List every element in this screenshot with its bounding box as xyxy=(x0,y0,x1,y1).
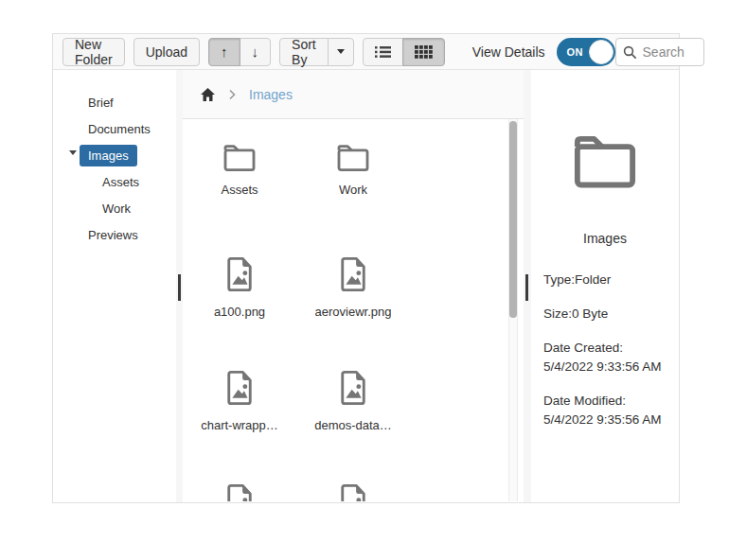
grid-view-button[interactable] xyxy=(402,38,445,66)
right-splitter[interactable] xyxy=(524,70,531,502)
tree-item-work[interactable]: Work xyxy=(53,195,176,221)
sort-by-split-button: Sort By xyxy=(279,38,354,66)
left-splitter[interactable] xyxy=(176,70,183,502)
details-modified: Date Modified: 5/4/2022 9:35:56 AM xyxy=(543,392,667,429)
tree-item-images[interactable]: Images xyxy=(53,142,176,168)
tree-item-documents[interactable]: Documents xyxy=(53,115,176,142)
folder-icon xyxy=(221,140,258,173)
search-icon xyxy=(623,45,637,60)
home-icon[interactable] xyxy=(200,87,216,102)
breadcrumb-separator-icon xyxy=(229,89,236,100)
folder-icon xyxy=(334,140,372,173)
image-file-icon xyxy=(222,481,257,501)
view-details-toggle[interactable]: ON xyxy=(557,38,615,66)
details-size: Size:0 Byte xyxy=(543,305,667,324)
image-file-icon xyxy=(222,254,257,295)
upload-button[interactable]: Upload xyxy=(133,38,200,66)
breadcrumb: Images xyxy=(183,70,524,119)
file-tile-work[interactable]: Work xyxy=(296,131,410,244)
tree-item-assets[interactable]: Assets xyxy=(53,168,176,195)
image-file-icon xyxy=(336,481,370,501)
image-file-icon xyxy=(336,254,370,295)
file-tile-assets[interactable]: Assets xyxy=(183,131,296,244)
file-tile-chart-wrapper[interactable]: chart-wrapp… xyxy=(183,358,296,471)
file-tile-partial-2[interactable] xyxy=(296,471,410,501)
view-details-label: View Details xyxy=(472,44,545,60)
arrow-up-icon: ↑ xyxy=(221,44,228,59)
splitter-handle[interactable] xyxy=(525,274,528,301)
list-view-icon xyxy=(375,45,391,59)
file-tile-a100[interactable]: a100.png xyxy=(183,244,296,358)
sort-by-dropdown-button[interactable] xyxy=(328,38,354,66)
file-grid: Assets Work xyxy=(183,119,508,501)
content-area: Brief Documents Images Assets Work Previ… xyxy=(53,70,679,502)
tree-expand-icon[interactable] xyxy=(69,150,77,155)
details-item-name: Images xyxy=(531,231,679,246)
tree-item-previews[interactable]: Previews xyxy=(53,221,176,248)
file-manager: New Folder Upload ↑ ↓ Sort By xyxy=(52,33,680,503)
sort-by-button[interactable]: Sort By xyxy=(279,38,329,66)
scrollbar-thumb[interactable] xyxy=(509,121,517,318)
file-tile-demos-data[interactable]: demos-data… xyxy=(296,358,410,471)
grid-view-icon xyxy=(415,45,433,59)
vertical-scrollbar[interactable] xyxy=(508,119,518,501)
arrow-down-icon: ↓ xyxy=(252,44,259,59)
sort-order-group: ↑ ↓ xyxy=(208,38,271,66)
splitter-handle[interactable] xyxy=(178,274,181,301)
folder-icon-large xyxy=(568,127,642,191)
sort-ascending-button[interactable]: ↑ xyxy=(208,38,240,66)
file-tile-partial-1[interactable] xyxy=(183,471,296,501)
folder-tree: Brief Documents Images Assets Work Previ… xyxy=(53,70,176,502)
search-box xyxy=(615,38,704,66)
toggle-on-label: ON xyxy=(567,46,584,58)
details-created: Date Created: 5/4/2022 9:33:56 AM xyxy=(543,339,667,376)
tree-item-brief[interactable]: Brief xyxy=(53,89,176,115)
image-file-icon xyxy=(336,367,370,409)
view-switch-group xyxy=(363,38,445,66)
image-file-icon xyxy=(222,367,257,409)
toolbar: New Folder Upload ↑ ↓ Sort By xyxy=(53,34,679,70)
file-view-panel: Images Assets xyxy=(183,70,524,502)
details-type: Type:Folder xyxy=(543,271,667,289)
breadcrumb-current-folder[interactable]: Images xyxy=(249,87,293,102)
details-panel: Images Type:Folder Size:0 Byte Date Crea… xyxy=(531,70,679,502)
list-view-button[interactable] xyxy=(363,38,403,66)
sort-descending-button[interactable]: ↓ xyxy=(240,38,272,66)
new-folder-button[interactable]: New Folder xyxy=(62,38,125,66)
file-tile-aeroviewr[interactable]: aeroviewr.png xyxy=(296,244,410,358)
toggle-knob xyxy=(589,40,613,64)
chevron-down-icon xyxy=(337,49,345,54)
